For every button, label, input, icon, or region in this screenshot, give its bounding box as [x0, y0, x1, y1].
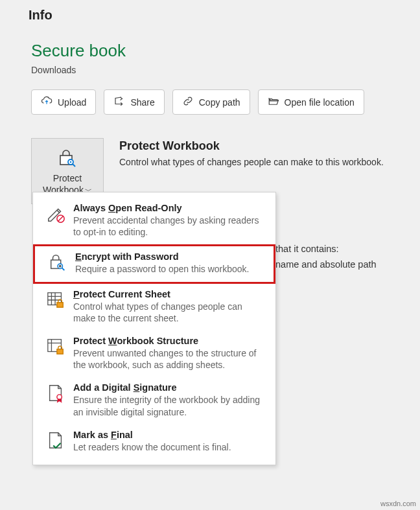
lock-key-icon — [48, 251, 67, 275]
svg-point-11 — [57, 395, 62, 400]
mi0-u: O — [108, 203, 115, 213]
protect-section-heading: Protect Workbook — [119, 139, 384, 153]
menu-item-protect-sheet[interactable]: Protect Current Sheet Control what types… — [33, 284, 275, 330]
mi4-pre: Add a Digital — [73, 382, 134, 393]
share-button[interactable]: Share — [104, 89, 164, 115]
protect-btn-line1: Protect — [53, 173, 82, 183]
sheet-lock-icon — [46, 289, 65, 324]
mi5-post: inal — [117, 430, 133, 440]
mi3-u: W — [108, 336, 117, 346]
mi4-desc: Ensure the integrity of the workbook by … — [73, 394, 266, 417]
svg-rect-8 — [57, 302, 63, 307]
mi4-u: S — [134, 382, 140, 393]
pencil-prohibit-icon — [46, 203, 65, 238]
mi3-pre: Protect — [73, 336, 108, 346]
mi0-desc: Prevent accidental changes by asking rea… — [73, 214, 266, 238]
menu-item-digital-signature[interactable]: Add a Digital Signature Ensure the integ… — [33, 377, 275, 424]
mi5-desc: Let readers know the document is final. — [73, 441, 266, 453]
svg-point-2 — [70, 161, 72, 163]
cloud-upload-icon — [41, 95, 52, 109]
mi1-u: E — [75, 251, 82, 262]
action-bar: Upload Share Copy path — [31, 89, 420, 115]
background-text-2: name and absolute path — [275, 259, 377, 270]
mi2-u: P — [73, 289, 80, 299]
page-title: Info — [29, 8, 420, 23]
mi4-post: ignature — [139, 382, 176, 393]
share-icon — [113, 95, 125, 109]
protect-section-desc: Control what types of changes people can… — [119, 157, 384, 167]
document-title: Secure book — [31, 41, 420, 61]
mi3-post: orkbook Structure — [117, 336, 198, 346]
workbook-lock-icon — [46, 336, 65, 371]
watermark: wsxdn.com — [380, 500, 416, 507]
mi3-desc: Prevent unwanted changes to the structur… — [73, 347, 266, 371]
copy-path-button[interactable]: Copy path — [172, 89, 250, 115]
menu-item-mark-final[interactable]: Mark as Final Let readers know the docum… — [33, 424, 275, 459]
copy-path-label: Copy path — [199, 97, 240, 108]
svg-rect-10 — [57, 349, 63, 354]
background-text-1: that it contains: — [275, 244, 339, 254]
share-label: Share — [130, 97, 154, 108]
document-path: Downloads — [31, 65, 420, 75]
link-icon — [182, 95, 194, 109]
mi5-pre: Mark as — [73, 430, 111, 440]
upload-label: Upload — [58, 97, 86, 108]
menu-item-open-read-only[interactable]: Always Open Read-Only Prevent accidental… — [33, 198, 275, 244]
mi1-desc: Require a password to open this workbook… — [75, 263, 264, 275]
mi0-pre: Always — [73, 203, 108, 213]
lock-key-icon — [56, 146, 78, 170]
mi2-post: rotect Current Sheet — [80, 289, 170, 299]
upload-button[interactable]: Upload — [31, 89, 96, 115]
svg-point-6 — [60, 266, 61, 267]
menu-item-protect-structure[interactable]: Protect Workbook Structure Prevent unwan… — [33, 330, 275, 377]
open-location-button[interactable]: Open file location — [258, 89, 364, 115]
protect-workbook-menu: Always Open Read-Only Prevent accidental… — [32, 192, 276, 465]
mi1-post: ncrypt with Password — [82, 251, 179, 262]
folder-open-icon — [268, 95, 279, 109]
mi2-desc: Control what types of changes people can… — [73, 301, 266, 324]
mi5-u: F — [111, 430, 117, 440]
document-check-icon — [46, 430, 65, 453]
mi0-post: pen Read-Only — [115, 203, 181, 213]
document-ribbon-icon — [46, 382, 65, 417]
menu-item-encrypt-password[interactable]: Encrypt with Password Require a password… — [33, 244, 275, 283]
open-location-label: Open file location — [285, 97, 355, 108]
